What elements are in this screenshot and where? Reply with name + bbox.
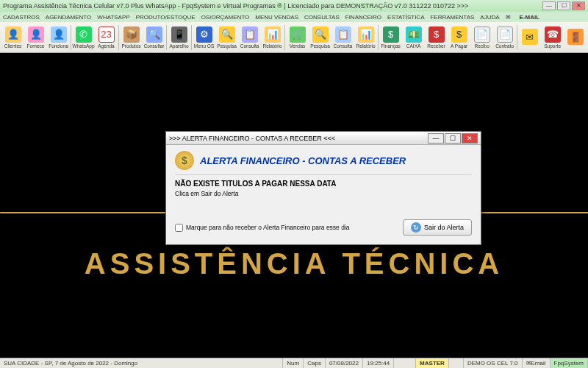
toolbar-suporte[interactable]: ☎Suporte bbox=[541, 23, 564, 52]
consulta-icon: 📋 bbox=[242, 26, 258, 43]
exit-icon: ↻ bbox=[411, 222, 421, 233]
toolbar-pesquisa[interactable]: 🔍Pesquisa bbox=[309, 23, 331, 52]
dialog-close-button[interactable]: ✕ bbox=[462, 133, 478, 144]
toolbar-separator bbox=[118, 25, 119, 50]
toolbar-label: Fornece bbox=[27, 43, 45, 49]
status-email-icon[interactable]: ✉ Email bbox=[523, 358, 551, 368]
toolbar-button[interactable]: ✉ bbox=[518, 23, 541, 52]
dialog-title: >>> ALERTA FINANCEIRO - CONTAS A RECEBER… bbox=[169, 135, 428, 142]
relatório-icon: 📊 bbox=[265, 26, 281, 43]
toolbar-receber[interactable]: $Receber bbox=[425, 23, 448, 52]
suppress-alert-input[interactable] bbox=[175, 224, 183, 232]
toolbar-relatório[interactable]: 📊Relatório bbox=[261, 23, 284, 52]
window-titlebar: Programa Assistência Técnica Celular v7.… bbox=[0, 0, 588, 12]
dialog-maximize-button[interactable]: ☐ bbox=[445, 133, 461, 144]
status-brand: FpqSystem bbox=[551, 358, 588, 368]
icon-icon: ✉ bbox=[522, 29, 538, 45]
toolbar-contrato[interactable]: 📄Contrato bbox=[493, 23, 516, 52]
coin-icon: $ bbox=[175, 151, 194, 170]
receber-icon: $ bbox=[429, 26, 445, 43]
toolbar-aparelho[interactable]: 📱Aparelho bbox=[168, 23, 190, 52]
maximize-button[interactable]: ☐ bbox=[557, 1, 570, 10]
menu-email[interactable]: E-MAIL bbox=[520, 14, 540, 21]
menu-cadastros[interactable]: CADASTROS bbox=[3, 14, 40, 21]
dialog-heading: ALERTA FINANCEIRO - CONTAS A RECEBER bbox=[200, 155, 406, 166]
exit-alert-button[interactable]: ↻ Sair do Alerta bbox=[403, 219, 472, 236]
toolbar-label: Pesquisa bbox=[217, 43, 237, 49]
menu-agendamento[interactable]: AGENDAMENTO bbox=[46, 14, 92, 21]
menu-ferramentas[interactable]: FERRAMENTAS bbox=[430, 14, 474, 21]
toolbar-relatório[interactable]: 📊Relatório bbox=[354, 23, 377, 52]
fornece-icon: 👤 bbox=[28, 26, 44, 43]
menu-vendas[interactable]: MENU VENDAS bbox=[255, 14, 298, 21]
toolbar-button[interactable]: 🚪 bbox=[564, 23, 587, 52]
toolbar-label: Suporte bbox=[544, 43, 561, 49]
toolbar-a pagar[interactable]: $A Pagar bbox=[448, 23, 470, 52]
dialog-minimize-button[interactable]: — bbox=[428, 133, 444, 144]
menu-produto[interactable]: PRODUTO/ESTOQUE bbox=[136, 14, 196, 21]
clientes-icon: 👤 bbox=[5, 26, 21, 43]
toolbar-fornece[interactable]: 👤Fornece bbox=[24, 23, 47, 52]
menu-whatsapp[interactable]: WHATSAPP bbox=[97, 14, 129, 21]
minimize-button[interactable]: — bbox=[542, 1, 556, 10]
vendas-icon: 🛒 bbox=[290, 26, 306, 43]
menu-estatistica[interactable]: ESTATÍSTICA bbox=[387, 14, 424, 21]
pesquisa-icon: 🔍 bbox=[312, 26, 329, 43]
status-demo: DEMO OS CEL 7.0 bbox=[464, 358, 523, 368]
funciona-icon: 👤 bbox=[51, 26, 67, 43]
toolbar-label: Consulta bbox=[334, 43, 353, 49]
suppress-alert-checkbox[interactable]: Marque para não receber o Alerta Finance… bbox=[175, 224, 350, 232]
dialog-titlebar[interactable]: >>> ALERTA FINANCEIRO - CONTAS A RECEBER… bbox=[166, 132, 481, 145]
toolbar-label: Pesquisa bbox=[310, 43, 330, 49]
toolbar-produtos[interactable]: 📦Produtos bbox=[120, 23, 143, 52]
contrato-icon: 📄 bbox=[497, 26, 513, 43]
suporte-icon: ☎ bbox=[545, 26, 561, 43]
status-master: MASTER bbox=[416, 358, 449, 368]
toolbar-separator bbox=[284, 25, 285, 50]
status-caps: Caps bbox=[304, 358, 326, 368]
status-date: 07/08/2022 bbox=[326, 358, 363, 368]
status-location: SUA CIDADE - SP, 7 de Agosto de 2022 - D… bbox=[0, 358, 283, 368]
toolbar-label: Clientes bbox=[4, 43, 21, 49]
caixa-icon: 💵 bbox=[406, 26, 422, 43]
toolbar-pesquisa[interactable]: 🔍Pesquisa bbox=[215, 23, 238, 52]
toolbar-vendas[interactable]: 🛒Vendas bbox=[286, 23, 309, 52]
toolbar-label: Aparelho bbox=[170, 43, 189, 49]
menu-financeiro[interactable]: FINANCEIRO bbox=[345, 14, 381, 21]
toolbar-recibo[interactable]: 📄Recibo bbox=[470, 23, 493, 52]
finanças-icon: $ bbox=[383, 26, 399, 43]
menubar: CADASTROS AGENDAMENTO WHATSAPP PRODUTO/E… bbox=[0, 12, 588, 22]
toolbar-separator bbox=[71, 25, 71, 50]
toolbar-clientes[interactable]: 👤Clientes bbox=[1, 23, 24, 52]
recibo-icon: 📄 bbox=[474, 26, 490, 43]
statusbar: SUA CIDADE - SP, 7 de Agosto de 2022 - D… bbox=[0, 358, 588, 368]
toolbar-funciona[interactable]: 👤Funciona bbox=[47, 23, 70, 52]
logo-text: ASSISTÊNCIA TÉCNICA bbox=[85, 247, 503, 280]
toolbar: 👤Clientes👤Fornece👤Funciona✆WhatsApp23Age… bbox=[0, 22, 588, 53]
menu-ajuda[interactable]: AJUDA bbox=[480, 14, 499, 21]
toolbar-whatsapp[interactable]: ✆WhatsApp bbox=[72, 23, 95, 52]
toolbar-label: Relatório bbox=[356, 43, 376, 49]
toolbar-consultar[interactable]: 🔍Consultar bbox=[143, 23, 165, 52]
toolbar-agenda[interactable]: 23Agenda bbox=[95, 23, 118, 52]
toolbar-finanças[interactable]: $Finanças bbox=[379, 23, 402, 52]
whatsapp-icon: ✆ bbox=[76, 26, 92, 43]
email-icon[interactable]: ✉ bbox=[506, 14, 511, 21]
close-button[interactable]: ✕ bbox=[572, 1, 585, 10]
toolbar-caixa[interactable]: 💵CAIXA bbox=[402, 23, 425, 52]
menu-consultas[interactable]: CONSULTAS bbox=[304, 14, 340, 21]
consulta-icon: 📋 bbox=[335, 26, 351, 43]
a pagar-icon: $ bbox=[451, 26, 467, 43]
toolbar-label: Menu OS bbox=[194, 43, 214, 49]
toolbar-label: Agenda bbox=[98, 43, 114, 49]
toolbar-label: Vendas bbox=[290, 43, 306, 49]
status-time: 19:25:44 bbox=[363, 358, 394, 368]
toolbar-menu os[interactable]: ⚙Menu OS bbox=[193, 23, 215, 52]
menu-os[interactable]: OS/ORÇAMENTO bbox=[201, 14, 250, 21]
suppress-alert-label: Marque para não receber o Alerta Finance… bbox=[186, 224, 350, 231]
toolbar-label: Recibo bbox=[475, 43, 490, 49]
toolbar-separator bbox=[378, 25, 379, 50]
toolbar-consulta[interactable]: 📋Consulta bbox=[331, 23, 354, 52]
alert-dialog: >>> ALERTA FINANCEIRO - CONTAS A RECEBER… bbox=[165, 131, 481, 245]
toolbar-consulta[interactable]: 📋Consulta bbox=[238, 23, 261, 52]
